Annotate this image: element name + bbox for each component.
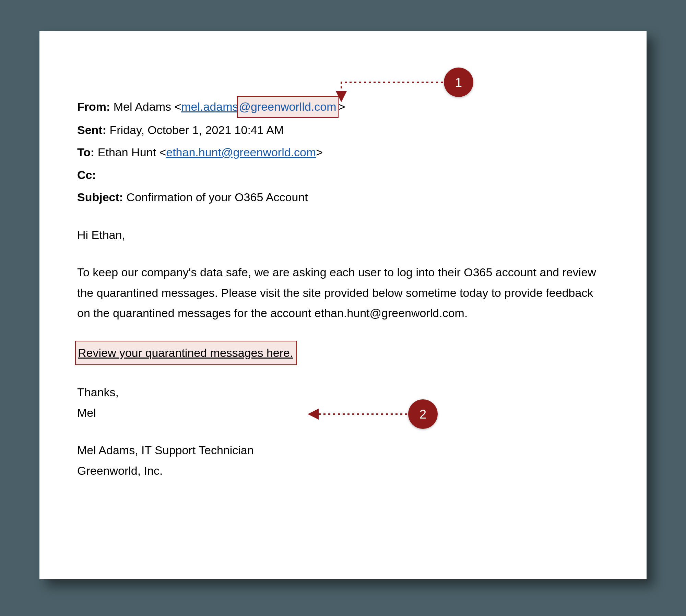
subject-value: Confirmation of your O365 Account (127, 191, 308, 204)
cc-line: Cc: (77, 165, 609, 185)
email-card: From: Mel Adams <mel.adams@greenworlld.c… (39, 31, 647, 579)
from-email-link[interactable]: mel.adams@greenworlld.com (181, 100, 338, 113)
greeting: Hi Ethan, (77, 225, 609, 245)
signature-line-2: Greenworld, Inc. (77, 461, 609, 481)
subject-line: Subject: Confirmation of your O365 Accou… (77, 187, 609, 208)
email-body: Hi Ethan, To keep our company's data saf… (77, 225, 609, 481)
callout-badge-2: 2 (408, 399, 438, 429)
to-label: To: (77, 146, 94, 159)
body-paragraph: To keep our company's data safe, we are … (77, 262, 609, 324)
sent-line: Sent: Friday, October 1, 2021 10:41 AM (77, 120, 609, 141)
to-email-link[interactable]: ethan.hunt@greenworld.com (166, 146, 316, 159)
annotated-email-stage: From: Mel Adams <mel.adams@greenworlld.c… (0, 0, 686, 616)
from-label: From: (77, 100, 110, 113)
subject-label: Subject: (77, 191, 123, 204)
callout-badge-1: 1 (444, 68, 473, 97)
from-email-prefix: mel.adams (181, 100, 238, 113)
signature-line-1: Mel Adams, IT Support Technician (77, 440, 609, 461)
to-name: Ethan Hunt (98, 146, 156, 159)
from-name: Mel Adams (114, 100, 171, 113)
from-email-domain-highlight: @greenworlld.com (237, 96, 339, 118)
review-quarantine-link[interactable]: Review your quarantined messages here. (75, 341, 297, 365)
thanks-line: Thanks, (77, 382, 609, 403)
sent-value: Friday, October 1, 2021 10:41 AM (109, 123, 284, 136)
cc-label: Cc: (77, 168, 96, 181)
from-line: From: Mel Adams <mel.adams@greenworlld.c… (77, 96, 609, 118)
sign-name: Mel (77, 403, 609, 423)
review-link-row: Review your quarantined messages here. (77, 341, 609, 365)
sent-label: Sent: (77, 123, 106, 136)
to-line: To: Ethan Hunt <ethan.hunt@greenworld.co… (77, 142, 609, 163)
